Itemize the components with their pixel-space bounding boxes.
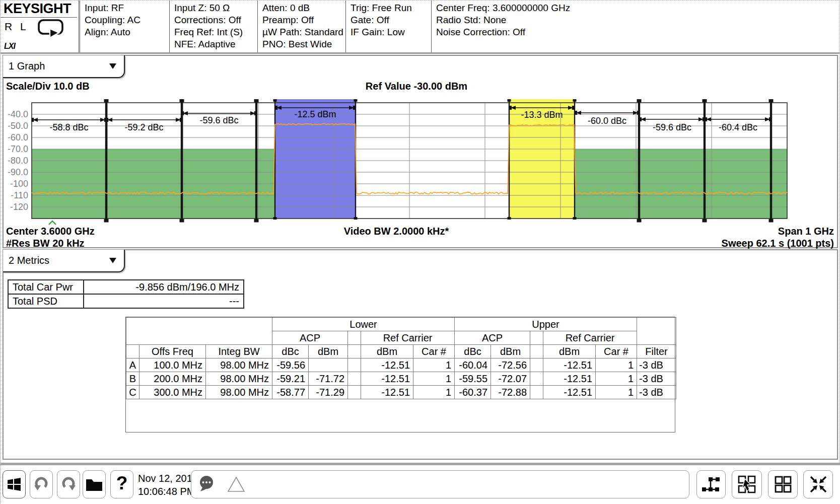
offs-freq-cell: 200.0 MHz: [139, 372, 206, 386]
measurement-annotation: -12.5 dBm: [294, 109, 336, 119]
lxi-logo: LXI: [4, 42, 15, 51]
dropdown-arrow-icon: [109, 63, 116, 69]
undo-button[interactable]: [30, 470, 53, 498]
acp-table: Lower Upper ACP Ref Carrier ACP Ref Carr…: [126, 317, 676, 399]
message-bubble-icon: [197, 475, 219, 494]
collapse-arrows-icon: [809, 475, 827, 493]
res-bw-label: #Res BW 20 kHz: [6, 238, 85, 249]
node-tree-icon: [702, 477, 721, 492]
integ-bw-header: Integ BW: [206, 345, 272, 358]
window-layout-button[interactable]: [768, 470, 798, 498]
measurement-annotation: -58.8 dBc: [49, 122, 88, 132]
y-axis-tick: -70.0: [8, 144, 28, 154]
lower-group-header: Lower: [272, 318, 455, 331]
lower-acp-dbm-cell: -71.72: [309, 372, 348, 386]
metrics-window: 2 Metrics Total Car Pwr -9.856 dBm/196.0…: [3, 249, 838, 460]
lower-car-cell: 1: [413, 386, 455, 399]
measurement-annotation: -13.3 dBm: [521, 110, 563, 120]
upper-ref-dbm-cell: -12.51: [543, 372, 596, 386]
metrics-selector[interactable]: 2 Metrics: [3, 250, 125, 272]
measurement-annotation: -60.0 dBc: [588, 116, 626, 126]
dbc-header: dBc: [455, 345, 491, 358]
dropdown-arrow-icon: [109, 258, 116, 263]
upper-car-cell: 1: [596, 386, 637, 399]
toolbar: ? Nov 12, 2019 10:06:48 PM: [1, 463, 840, 504]
status-bar: KEYSIGHT R L LXI Input: RF Coupling: AC …: [1, 1, 839, 54]
annunciator-bar[interactable]: [191, 470, 689, 498]
offset-id: A: [126, 358, 139, 372]
time-label: 10:06:48 PM: [138, 485, 198, 498]
table-row: Total PSD ---: [8, 294, 244, 308]
measurement-annotation: -60.4 dBc: [719, 122, 757, 132]
status-col-atten: Atten: 0 dB Preamp: Off µW Path: Standar…: [257, 1, 345, 52]
offs-freq-cell: 300.0 MHz: [139, 386, 206, 399]
upper-ref-dbm-cell: -12.51: [543, 358, 596, 372]
upper-acp-dbc-cell: -59.55: [455, 372, 491, 386]
lower-acp-dbm-cell: -71.29: [309, 386, 348, 399]
y-axis-tick: -100: [10, 179, 28, 189]
power-summary-table: Total Car Pwr -9.856 dBm/196.0 MHz Total…: [8, 279, 244, 309]
span-label: Span 1 GHz: [778, 226, 834, 237]
status-col-corrections: Input Z: 50 Ω Corrections: Off Freq Ref:…: [169, 1, 257, 52]
lower-car-cell: 1: [413, 358, 455, 372]
lower-ref-carrier-header: Ref Carrier: [361, 331, 455, 345]
integ-bw-cell: 98.00 MHz: [206, 386, 272, 399]
offset-id: C: [126, 386, 139, 399]
filter-cell: -3 dB: [637, 386, 676, 399]
windows-home-button[interactable]: [3, 470, 26, 498]
video-bw-label: Video BW 2.0000 kHz*: [344, 226, 449, 237]
acp-row-a: A 100.0 MHz 98.00 MHz -59.56 -12.51 1 -6…: [126, 358, 676, 372]
lower-ref-dbm-cell: -12.51: [361, 386, 413, 399]
car-header: Car #: [413, 345, 455, 358]
total-car-pwr-label: Total Car Pwr: [8, 280, 84, 294]
date-label: Nov 12, 2019: [138, 472, 198, 485]
filter-cell: -3 dB: [637, 358, 676, 372]
y-axis-tick: -40.0: [8, 109, 28, 119]
center-freq-marker-icon: [48, 220, 57, 226]
lower-acp-dbc-cell: -58.77: [272, 386, 309, 399]
redo-icon: [59, 475, 78, 493]
window-select-button[interactable]: [732, 470, 762, 498]
lower-acp-dbc-cell: -59.56: [272, 358, 309, 372]
dbm-header: dBm: [361, 345, 413, 358]
file-button[interactable]: [83, 470, 106, 498]
upper-acp-dbm-cell: -72.56: [491, 358, 530, 372]
sequence-setup-button[interactable]: [696, 470, 726, 498]
continuous-sweep-icon: [37, 18, 65, 39]
lower-acp-dbm-cell: [309, 358, 348, 372]
help-button[interactable]: ?: [110, 470, 133, 498]
warning-triangle-icon: [227, 476, 246, 493]
dbc-header: dBc: [272, 345, 309, 358]
upper-group-header: Upper: [455, 318, 637, 331]
upper-car-cell: 1: [596, 358, 637, 372]
lower-acp-dbc-cell: -59.21: [272, 372, 309, 386]
upper-ref-dbm-cell: -12.51: [543, 386, 596, 399]
acp-results-box: Lower Upper ACP Ref Carrier ACP Ref Carr…: [125, 317, 675, 433]
lower-car-cell: 1: [413, 372, 455, 386]
status-col-input: Input: RF Coupling: AC Align: Auto: [80, 1, 169, 52]
integ-bw-cell: 98.00 MHz: [206, 372, 272, 386]
grid-hand-icon: [738, 475, 756, 493]
upper-acp-dbc-cell: -60.04: [455, 358, 491, 372]
graph-selector[interactable]: 1 Graph: [3, 55, 125, 78]
lower-ref-dbm-cell: -12.51: [361, 372, 413, 386]
collapse-fullscreen-button[interactable]: [803, 470, 833, 498]
filter-header: Filter: [637, 345, 676, 358]
upper-acp-dbm-cell: -72.07: [491, 372, 530, 386]
metrics-selector-label: 2 Metrics: [9, 255, 49, 266]
sweep-label: Sweep 62.1 s (1001 pts): [722, 238, 834, 249]
upper-ref-carrier-header: Ref Carrier: [543, 331, 637, 345]
redo-button[interactable]: [57, 470, 80, 498]
total-psd-label: Total PSD: [8, 294, 84, 308]
dbm-header: dBm: [491, 345, 530, 358]
folder-icon: [85, 477, 103, 492]
y-axis-tick: -60.0: [8, 132, 28, 142]
lower-ref-dbm-cell: -12.51: [361, 358, 413, 372]
center-freq-label: Center 3.6000 GHz: [6, 226, 95, 237]
upper-car-cell: 1: [596, 372, 637, 386]
sweep-mode-label: R L: [5, 21, 29, 33]
graph-window: 1 Graph Scale/Div 10.0 dB Ref Value -30.…: [3, 55, 838, 248]
dbm-header: dBm: [543, 345, 596, 358]
table-row: Lower Upper: [126, 318, 676, 331]
y-axis-tick: -90.0: [8, 167, 28, 177]
